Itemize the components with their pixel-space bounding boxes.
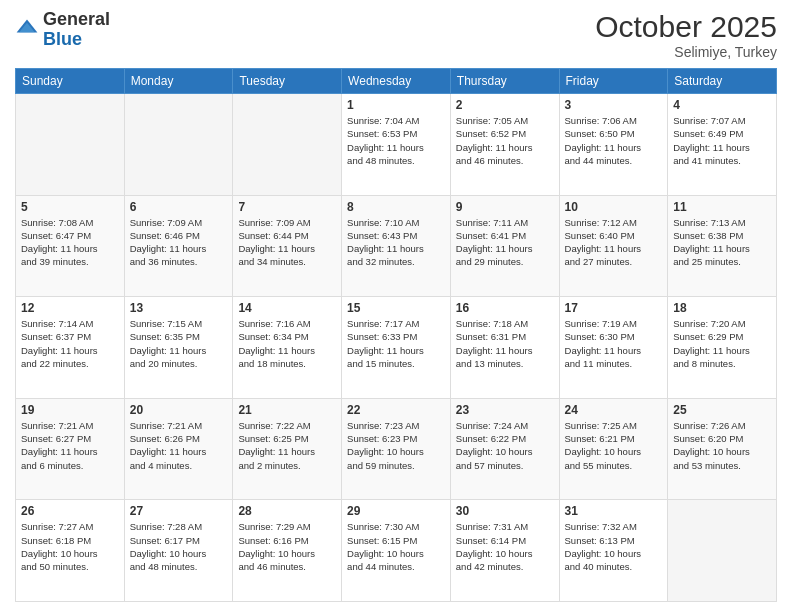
weekday-header-row: Sunday Monday Tuesday Wednesday Thursday… [16, 69, 777, 94]
day-info: Sunrise: 7:08 AMSunset: 6:47 PMDaylight:… [21, 216, 119, 269]
day-info: Sunrise: 7:17 AMSunset: 6:33 PMDaylight:… [347, 317, 445, 370]
day-cell [233, 94, 342, 196]
week-row-2: 12Sunrise: 7:14 AMSunset: 6:37 PMDayligh… [16, 297, 777, 399]
day-cell: 30Sunrise: 7:31 AMSunset: 6:14 PMDayligh… [450, 500, 559, 602]
day-number: 9 [456, 200, 554, 214]
day-number: 12 [21, 301, 119, 315]
day-cell: 26Sunrise: 7:27 AMSunset: 6:18 PMDayligh… [16, 500, 125, 602]
day-cell: 4Sunrise: 7:07 AMSunset: 6:49 PMDaylight… [668, 94, 777, 196]
day-cell: 5Sunrise: 7:08 AMSunset: 6:47 PMDaylight… [16, 195, 125, 297]
day-number: 20 [130, 403, 228, 417]
header-monday: Monday [124, 69, 233, 94]
day-info: Sunrise: 7:22 AMSunset: 6:25 PMDaylight:… [238, 419, 336, 472]
day-number: 23 [456, 403, 554, 417]
day-cell [16, 94, 125, 196]
day-number: 17 [565, 301, 663, 315]
day-info: Sunrise: 7:09 AMSunset: 6:44 PMDaylight:… [238, 216, 336, 269]
location-subtitle: Selimiye, Turkey [595, 44, 777, 60]
day-info: Sunrise: 7:04 AMSunset: 6:53 PMDaylight:… [347, 114, 445, 167]
day-cell: 24Sunrise: 7:25 AMSunset: 6:21 PMDayligh… [559, 398, 668, 500]
day-cell: 1Sunrise: 7:04 AMSunset: 6:53 PMDaylight… [342, 94, 451, 196]
day-cell: 18Sunrise: 7:20 AMSunset: 6:29 PMDayligh… [668, 297, 777, 399]
day-cell: 6Sunrise: 7:09 AMSunset: 6:46 PMDaylight… [124, 195, 233, 297]
day-cell: 14Sunrise: 7:16 AMSunset: 6:34 PMDayligh… [233, 297, 342, 399]
day-number: 2 [456, 98, 554, 112]
header-tuesday: Tuesday [233, 69, 342, 94]
day-info: Sunrise: 7:21 AMSunset: 6:26 PMDaylight:… [130, 419, 228, 472]
day-cell: 20Sunrise: 7:21 AMSunset: 6:26 PMDayligh… [124, 398, 233, 500]
day-cell: 29Sunrise: 7:30 AMSunset: 6:15 PMDayligh… [342, 500, 451, 602]
day-cell: 15Sunrise: 7:17 AMSunset: 6:33 PMDayligh… [342, 297, 451, 399]
day-number: 29 [347, 504, 445, 518]
day-number: 28 [238, 504, 336, 518]
day-info: Sunrise: 7:24 AMSunset: 6:22 PMDaylight:… [456, 419, 554, 472]
day-cell: 16Sunrise: 7:18 AMSunset: 6:31 PMDayligh… [450, 297, 559, 399]
day-cell: 12Sunrise: 7:14 AMSunset: 6:37 PMDayligh… [16, 297, 125, 399]
title-block: October 2025 Selimiye, Turkey [595, 10, 777, 60]
day-info: Sunrise: 7:05 AMSunset: 6:52 PMDaylight:… [456, 114, 554, 167]
day-number: 6 [130, 200, 228, 214]
day-number: 4 [673, 98, 771, 112]
header: General Blue October 2025 Selimiye, Turk… [15, 10, 777, 60]
day-number: 21 [238, 403, 336, 417]
week-row-3: 19Sunrise: 7:21 AMSunset: 6:27 PMDayligh… [16, 398, 777, 500]
day-number: 25 [673, 403, 771, 417]
day-info: Sunrise: 7:28 AMSunset: 6:17 PMDaylight:… [130, 520, 228, 573]
day-info: Sunrise: 7:15 AMSunset: 6:35 PMDaylight:… [130, 317, 228, 370]
day-info: Sunrise: 7:30 AMSunset: 6:15 PMDaylight:… [347, 520, 445, 573]
day-info: Sunrise: 7:29 AMSunset: 6:16 PMDaylight:… [238, 520, 336, 573]
day-cell [668, 500, 777, 602]
day-cell: 8Sunrise: 7:10 AMSunset: 6:43 PMDaylight… [342, 195, 451, 297]
day-number: 30 [456, 504, 554, 518]
header-wednesday: Wednesday [342, 69, 451, 94]
day-cell: 22Sunrise: 7:23 AMSunset: 6:23 PMDayligh… [342, 398, 451, 500]
day-number: 26 [21, 504, 119, 518]
day-info: Sunrise: 7:18 AMSunset: 6:31 PMDaylight:… [456, 317, 554, 370]
day-info: Sunrise: 7:20 AMSunset: 6:29 PMDaylight:… [673, 317, 771, 370]
day-number: 15 [347, 301, 445, 315]
header-friday: Friday [559, 69, 668, 94]
header-thursday: Thursday [450, 69, 559, 94]
day-info: Sunrise: 7:13 AMSunset: 6:38 PMDaylight:… [673, 216, 771, 269]
day-info: Sunrise: 7:14 AMSunset: 6:37 PMDaylight:… [21, 317, 119, 370]
day-number: 3 [565, 98, 663, 112]
day-number: 8 [347, 200, 445, 214]
calendar-table: Sunday Monday Tuesday Wednesday Thursday… [15, 68, 777, 602]
day-number: 19 [21, 403, 119, 417]
logo: General Blue [15, 10, 110, 50]
day-info: Sunrise: 7:26 AMSunset: 6:20 PMDaylight:… [673, 419, 771, 472]
week-row-0: 1Sunrise: 7:04 AMSunset: 6:53 PMDaylight… [16, 94, 777, 196]
day-cell: 2Sunrise: 7:05 AMSunset: 6:52 PMDaylight… [450, 94, 559, 196]
day-number: 27 [130, 504, 228, 518]
day-info: Sunrise: 7:09 AMSunset: 6:46 PMDaylight:… [130, 216, 228, 269]
page: General Blue October 2025 Selimiye, Turk… [0, 0, 792, 612]
day-cell: 11Sunrise: 7:13 AMSunset: 6:38 PMDayligh… [668, 195, 777, 297]
day-cell: 21Sunrise: 7:22 AMSunset: 6:25 PMDayligh… [233, 398, 342, 500]
header-saturday: Saturday [668, 69, 777, 94]
day-number: 13 [130, 301, 228, 315]
logo-icon [15, 18, 39, 42]
day-number: 10 [565, 200, 663, 214]
logo-blue-text: Blue [43, 29, 82, 49]
day-info: Sunrise: 7:19 AMSunset: 6:30 PMDaylight:… [565, 317, 663, 370]
month-title: October 2025 [595, 10, 777, 44]
day-number: 14 [238, 301, 336, 315]
day-info: Sunrise: 7:06 AMSunset: 6:50 PMDaylight:… [565, 114, 663, 167]
day-info: Sunrise: 7:25 AMSunset: 6:21 PMDaylight:… [565, 419, 663, 472]
day-cell: 17Sunrise: 7:19 AMSunset: 6:30 PMDayligh… [559, 297, 668, 399]
day-info: Sunrise: 7:27 AMSunset: 6:18 PMDaylight:… [21, 520, 119, 573]
day-cell: 25Sunrise: 7:26 AMSunset: 6:20 PMDayligh… [668, 398, 777, 500]
day-cell: 23Sunrise: 7:24 AMSunset: 6:22 PMDayligh… [450, 398, 559, 500]
day-cell: 31Sunrise: 7:32 AMSunset: 6:13 PMDayligh… [559, 500, 668, 602]
day-cell [124, 94, 233, 196]
day-info: Sunrise: 7:10 AMSunset: 6:43 PMDaylight:… [347, 216, 445, 269]
day-cell: 3Sunrise: 7:06 AMSunset: 6:50 PMDaylight… [559, 94, 668, 196]
day-number: 11 [673, 200, 771, 214]
header-sunday: Sunday [16, 69, 125, 94]
day-cell: 9Sunrise: 7:11 AMSunset: 6:41 PMDaylight… [450, 195, 559, 297]
day-info: Sunrise: 7:07 AMSunset: 6:49 PMDaylight:… [673, 114, 771, 167]
day-cell: 19Sunrise: 7:21 AMSunset: 6:27 PMDayligh… [16, 398, 125, 500]
day-number: 22 [347, 403, 445, 417]
day-number: 1 [347, 98, 445, 112]
day-number: 18 [673, 301, 771, 315]
